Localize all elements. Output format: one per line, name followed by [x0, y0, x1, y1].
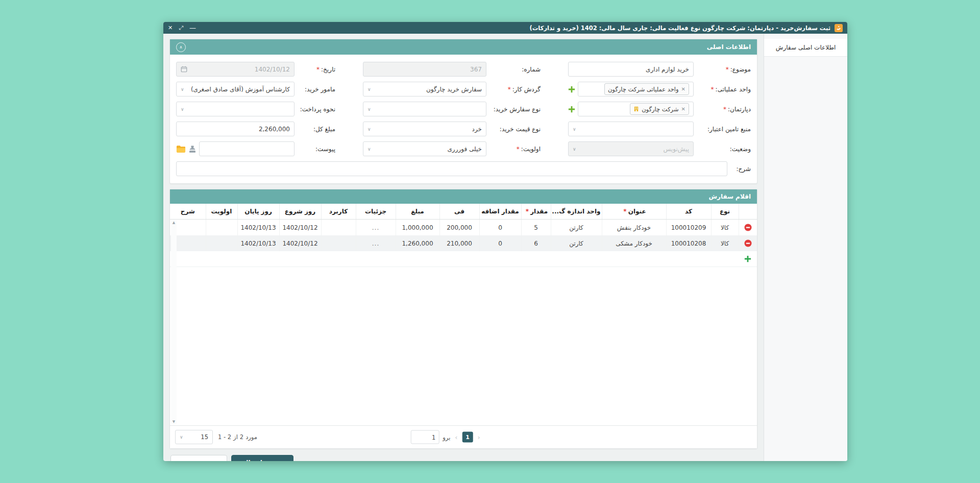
purchase-agent-select[interactable]: کارشناس آموزش (آقای صادق اصغری)∨	[176, 82, 295, 96]
main-info-title: اطلاعات اصلی	[707, 43, 751, 51]
field-price-type: نوع قیمت خرید:خرد∨	[363, 122, 541, 136]
pager-next-icon[interactable]: ›	[477, 433, 481, 441]
cell-item-priority	[206, 235, 237, 251]
calendar-icon[interactable]	[181, 66, 187, 73]
cell-empty	[666, 251, 711, 267]
chevron-down-icon: ∨	[573, 147, 576, 152]
field-purchase-order-type: نوع سفارش خرید:∨	[363, 102, 541, 116]
price-type-value: خرد	[373, 126, 482, 133]
page-size-select[interactable]: ∨ 15	[175, 430, 213, 444]
total-amount-input[interactable]: 2,260,000	[176, 122, 295, 136]
submit-and-send-button[interactable]: ثبت و ارسال	[231, 455, 293, 461]
operational-unit-input[interactable]: ✕واحد عملیاتی شرکت چارگون	[578, 82, 694, 96]
cell-empty	[279, 251, 321, 267]
grid-header-row: نوعکدعنوان*واحد اندازه گ...مقدار*مقدار ا…	[170, 204, 757, 220]
grid-vertical-scrollbar[interactable]: ▲ ▼	[171, 220, 177, 424]
field-purchase-agent: مامور خرید:کارشناس آموزش (آقای صادق اصغر…	[176, 82, 335, 96]
collapse-section-icon[interactable]: ∧	[176, 42, 186, 52]
date-input[interactable]: 1402/10/12	[176, 62, 295, 77]
close-icon[interactable]: ✕	[168, 25, 173, 31]
department-chip[interactable]: ✕شرکت چارگون	[630, 103, 689, 115]
cell-empty	[439, 251, 479, 267]
required-asterisk: *	[526, 208, 529, 215]
cell-type: کالا	[711, 220, 739, 236]
cell-empty	[602, 251, 666, 267]
maximize-icon[interactable]: ⤢	[179, 25, 183, 31]
chevron-down-icon: ∨	[573, 127, 576, 132]
field-description: شرح:	[176, 161, 751, 176]
cell-item-priority	[206, 220, 237, 236]
item-row: کالا100010208خودکار مشکیکارتن60210,0001,…	[170, 235, 757, 251]
order-items-title: اقلام سفارش	[709, 193, 751, 200]
cell-amount: 1,260,000	[396, 235, 439, 251]
items-grid: نوعکدعنوان*واحد اندازه گ...مقدار*مقدار ا…	[170, 204, 757, 425]
payment-method-select[interactable]: ∨	[176, 102, 295, 116]
form-row: منبع تامین اعتبار:∨نوع قیمت خرید:خرد∨مبل…	[176, 122, 751, 136]
description-input[interactable]	[176, 161, 727, 176]
tab-order-main-info[interactable]: اطلاعات اصلی سفارش	[764, 39, 847, 57]
field-label-description: شرح:	[727, 165, 751, 173]
operational-unit-chip-label: واحد عملیاتی شرکت چارگون	[608, 86, 679, 93]
field-label-operational-unit: واحد عملیاتی:*	[694, 86, 751, 93]
column-header-end-day: روز پایان	[237, 204, 279, 220]
workflow-select[interactable]: سفارش خرید چارگون∨	[363, 82, 486, 96]
pagination-bar: ∨ 15 1 - 2از2مورد 1 برو ‹ 1 ›	[170, 425, 757, 448]
row-remove-button[interactable]	[744, 239, 752, 247]
main-info-header: اطلاعات اصلی ∧	[170, 39, 757, 55]
department-add-button[interactable]	[568, 106, 575, 113]
field-department: دپارتمان:*✕شرکت چارگون	[568, 102, 751, 116]
cell-empty	[321, 251, 356, 267]
attachment-input[interactable]	[199, 141, 295, 156]
chevron-down-icon: ∨	[181, 87, 184, 92]
priority-select[interactable]: خیلی فوررری∨	[363, 141, 486, 156]
cell-usage	[321, 235, 356, 251]
cell-type: کالا	[711, 235, 739, 251]
chevron-down-icon: ∨	[368, 147, 371, 152]
stamp-icon[interactable]	[188, 145, 197, 153]
row-remove-button[interactable]	[744, 224, 752, 231]
page-size-value: 15	[201, 433, 208, 441]
purchase-order-type-select[interactable]: ∨	[363, 102, 486, 116]
add-item-button[interactable]	[744, 255, 751, 262]
pager-page-1[interactable]: 1	[462, 432, 473, 443]
folder-icon[interactable]	[176, 145, 186, 153]
credit-source-select[interactable]: ∨	[568, 122, 694, 136]
cell-quantity: 6	[521, 235, 551, 251]
field-label-department: دپارتمان:*	[694, 106, 751, 113]
workflow-value: سفارش خرید چارگون	[373, 86, 482, 93]
cell-item-title: خودکار مشکی	[602, 235, 666, 251]
cell-remove	[739, 220, 757, 236]
department-input[interactable]: ✕شرکت چارگون	[578, 102, 694, 116]
number-input[interactable]: 367	[363, 62, 486, 77]
goto-page-input[interactable]: 1	[410, 430, 439, 444]
chevron-down-icon: ∨	[368, 87, 371, 92]
chevron-down-icon: ∨	[368, 107, 371, 112]
field-label-purchase-agent: مامور خرید:	[295, 86, 335, 93]
form-row: واحد عملیاتی:*✕واحد عملیاتی شرکت چارگونگ…	[176, 82, 751, 96]
field-total-amount: مبلغ کل:2,260,000	[176, 122, 335, 136]
item-details-link[interactable]: ...	[372, 240, 379, 247]
pager-prev-icon[interactable]: ‹	[454, 433, 458, 441]
right-sidebar: اطلاعات اصلی سفارش	[764, 34, 847, 461]
status-select[interactable]: پیش‌نویس∨	[568, 141, 694, 156]
operational-unit-chip[interactable]: ✕واحد عملیاتی شرکت چارگون	[604, 83, 689, 95]
subject-input[interactable]: خرید لوازم اداری	[568, 62, 694, 77]
department-chip-remove-icon[interactable]: ✕	[681, 107, 685, 112]
cell-start-day: 1402/10/12	[279, 220, 321, 236]
price-type-select[interactable]: خرد∨	[363, 122, 486, 136]
required-asterisk: *	[623, 208, 626, 215]
operational-unit-add-button[interactable]	[568, 86, 575, 93]
cell-add	[739, 251, 757, 267]
operational-unit-chip-remove-icon[interactable]: ✕	[681, 87, 685, 92]
goto-page-label: برو	[443, 433, 450, 441]
cell-quantity: 5	[521, 220, 551, 236]
column-header-details: جزئیات	[356, 204, 396, 220]
field-priority: اولویت:*خیلی فوررری∨	[363, 141, 541, 156]
item-details-link[interactable]: ...	[372, 224, 379, 231]
scroll-up-icon[interactable]: ▲	[173, 220, 175, 225]
scroll-down-icon[interactable]: ▼	[173, 419, 175, 424]
minimize-icon[interactable]: —	[189, 25, 196, 31]
add-item-row	[170, 251, 757, 267]
save-draft-button[interactable]: ثبت پیش‌نویس	[170, 455, 227, 461]
column-header-start-day: روز شروع	[279, 204, 321, 220]
